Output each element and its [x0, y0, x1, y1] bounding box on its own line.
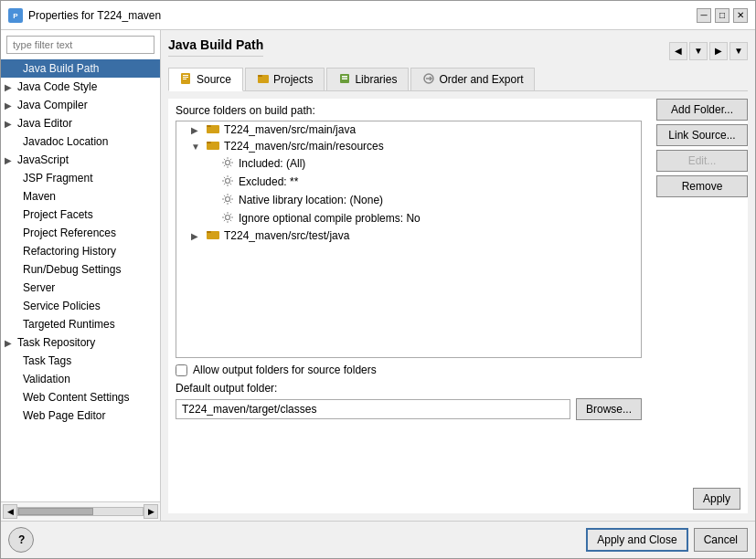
- svg-text:P: P: [13, 12, 18, 20]
- libraries-tab-icon: [338, 72, 351, 87]
- sidebar-item-java-code-style[interactable]: ▶Java Code Style: [1, 78, 160, 96]
- sidebar-item-service-policies[interactable]: Service Policies: [1, 297, 160, 315]
- sidebar-item-label: Targeted Runtimes: [23, 318, 115, 331]
- expand-arrow: ▶: [5, 82, 14, 92]
- footer: ? Apply and Close Cancel: [1, 521, 755, 558]
- sidebar-item-label: Project Facets: [23, 208, 93, 221]
- sidebar-item-label: Java Build Path: [23, 62, 99, 75]
- tab-source[interactable]: Source: [168, 68, 243, 91]
- window-title: Properties for T224_maven: [28, 9, 161, 22]
- title-bar: P Properties for T224_maven ─ □ ✕: [1, 1, 755, 30]
- sidebar-item-javadoc-location[interactable]: Javadoc Location: [1, 132, 160, 151]
- folder-icon: [206, 229, 220, 242]
- panel-header: Java Build Path ◀ ▼ ▶ ▼: [168, 37, 748, 64]
- right-panel: Java Build Path ◀ ▼ ▶ ▼ SourceProjectsLi…: [161, 30, 755, 521]
- back-button[interactable]: ◀: [669, 42, 687, 60]
- close-button[interactable]: ✕: [733, 8, 748, 23]
- tree-item-label: Excluded: **: [239, 175, 298, 188]
- apply-button[interactable]: Apply: [693, 488, 740, 510]
- allow-output-checkbox[interactable]: [176, 364, 187, 376]
- scroll-left-arrow[interactable]: ◀: [3, 504, 17, 519]
- forward-button[interactable]: ▶: [709, 42, 728, 60]
- help-button[interactable]: ?: [8, 527, 34, 553]
- sidebar-item-validation[interactable]: Validation: [1, 370, 160, 388]
- tab-libraries[interactable]: Libraries: [326, 68, 409, 90]
- svg-rect-16: [207, 142, 211, 143]
- tree-item-excluded[interactable]: Excluded: **: [176, 173, 641, 191]
- sidebar-item-jsp-fragment[interactable]: JSP Fragment: [1, 169, 160, 187]
- sidebar-item-java-compiler[interactable]: ▶Java Compiler: [1, 96, 160, 114]
- tab-order-export[interactable]: Order and Export: [410, 68, 535, 90]
- edit-button[interactable]: Edit...: [656, 150, 748, 172]
- tree-arrow: ▼: [191, 142, 202, 152]
- folder-icon: [206, 123, 220, 136]
- browse-button[interactable]: Browse...: [576, 398, 642, 420]
- minimize-button[interactable]: ─: [697, 8, 711, 23]
- tab-projects[interactable]: Projects: [245, 68, 325, 90]
- forward-dropdown[interactable]: ▼: [729, 42, 748, 60]
- dropdown-button[interactable]: ▼: [689, 42, 708, 60]
- sidebar-item-server[interactable]: Server: [1, 279, 160, 297]
- svg-point-17: [226, 161, 230, 165]
- apply-area: Apply: [168, 484, 748, 513]
- svg-rect-14: [207, 125, 211, 127]
- output-folder-input[interactable]: [176, 399, 570, 419]
- tree-item-label: Native library location: (None): [239, 194, 383, 206]
- sidebar-item-project-references[interactable]: Project References: [1, 224, 160, 242]
- sidebar-item-label: Task Repository: [17, 336, 95, 349]
- properties-window: P Properties for T224_maven ─ □ ✕ Java B…: [0, 0, 756, 559]
- svg-point-19: [226, 197, 230, 202]
- sidebar-item-java-build-path[interactable]: Java Build Path: [1, 59, 160, 78]
- sidebar-item-label: Web Content Settings: [23, 391, 130, 404]
- sidebar-item-java-editor[interactable]: ▶Java Editor: [1, 114, 160, 132]
- sidebar-item-label: Project References: [23, 227, 116, 239]
- sidebar-item-task-tags[interactable]: Task Tags: [1, 352, 160, 370]
- right-buttons: Add Folder... Link Source... Edit... Rem…: [656, 99, 748, 484]
- apply-and-close-button[interactable]: Apply and Close: [586, 528, 687, 552]
- tree-item-src-main-resources[interactable]: ▼T224_maven/src/main/resources: [176, 138, 641, 154]
- tab-label: Projects: [273, 73, 313, 86]
- remove-button[interactable]: Remove: [656, 175, 748, 197]
- tree-arrow: ▶: [191, 231, 202, 241]
- svg-rect-5: [183, 79, 186, 79]
- window-icon: P: [8, 8, 23, 23]
- sidebar-item-run-debug-settings[interactable]: Run/Debug Settings: [1, 260, 160, 279]
- horizontal-scrollbar[interactable]: [17, 507, 144, 516]
- expand-arrow: ▶: [5, 155, 14, 165]
- tree-item-native-library[interactable]: Native library location: (None): [176, 191, 641, 209]
- default-output-label: Default output folder:: [176, 382, 642, 395]
- sidebar-item-javascript[interactable]: ▶JavaScript: [1, 151, 160, 169]
- expand-arrow: ▶: [5, 100, 14, 111]
- maximize-button[interactable]: □: [715, 8, 729, 23]
- tree-item-src-main-java[interactable]: ▶T224_maven/src/main/java: [176, 121, 641, 138]
- sidebar-item-web-content-settings[interactable]: Web Content Settings: [1, 388, 160, 406]
- sidebar-item-project-facets[interactable]: Project Facets: [1, 206, 160, 224]
- sidebar-item-task-repository[interactable]: ▶Task Repository: [1, 333, 160, 352]
- sidebar-item-web-page-editor[interactable]: Web Page Editor: [1, 406, 160, 425]
- link-source-button[interactable]: Link Source...: [656, 124, 748, 146]
- sidebar-item-maven[interactable]: Maven: [1, 187, 160, 206]
- panel-body: Source folders on build path: ▶T224_mave…: [168, 99, 748, 484]
- scroll-right-arrow[interactable]: ▶: [144, 504, 158, 519]
- panel-title: Java Build Path: [168, 37, 263, 57]
- sidebar-item-label: Java Compiler: [17, 99, 88, 111]
- sidebar-item-label: Maven: [23, 190, 56, 203]
- tab-label: Libraries: [355, 73, 397, 86]
- tree-panel[interactable]: ▶T224_maven/src/main/java▼T224_maven/src…: [176, 121, 642, 358]
- filter-input[interactable]: [6, 36, 154, 54]
- title-controls: ─ □ ✕: [697, 8, 748, 23]
- sidebar-item-label: Run/Debug Settings: [23, 263, 121, 276]
- allow-output-label: Allow output folders for source folders: [193, 364, 377, 376]
- title-bar-left: P Properties for T224_maven: [8, 8, 161, 23]
- tree-arrow: ▶: [191, 125, 202, 135]
- tree-item-included[interactable]: Included: (All): [176, 154, 641, 173]
- sidebar-item-targeted-runtimes[interactable]: Targeted Runtimes: [1, 315, 160, 333]
- sidebar-item-refactoring-history[interactable]: Refactoring History: [1, 242, 160, 260]
- sidebar-list: Java Build Path▶Java Code Style▶Java Com…: [1, 59, 160, 501]
- tree-item-src-test-java[interactable]: ▶T224_maven/src/test/java: [176, 227, 641, 244]
- add-folder-button[interactable]: Add Folder...: [656, 99, 748, 121]
- svg-rect-7: [258, 75, 262, 77]
- cancel-button[interactable]: Cancel: [694, 528, 748, 552]
- tree-item-ignore-problems[interactable]: Ignore optional compile problems: No: [176, 209, 641, 227]
- svg-rect-10: [342, 79, 347, 80]
